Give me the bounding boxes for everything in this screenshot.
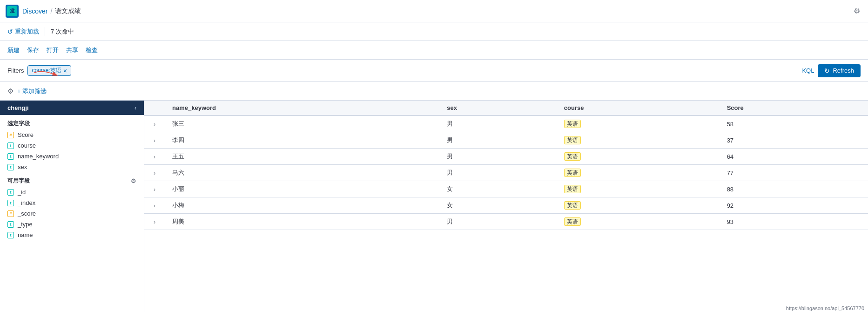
cell-sex: 男 (439, 214, 557, 230)
breadcrumb: Discover / 语文成绩 (22, 7, 81, 15)
cell-Score: 88 (720, 181, 868, 197)
field-name: _type (18, 221, 33, 228)
share-button[interactable]: 共享 (66, 46, 78, 54)
breadcrumb-current: 语文成绩 (55, 7, 81, 15)
available-fields-header: 可用字段 ⚙ (0, 172, 144, 187)
reload-button[interactable]: ↺ 重新加载 (7, 27, 39, 36)
col-sex[interactable]: sex (439, 101, 557, 115)
col-Score[interactable]: Score (720, 101, 868, 115)
top-bar: 发 Discover / 语文成绩 ⚙ (0, 0, 868, 22)
row-expand-button[interactable]: › (152, 186, 157, 193)
refresh-button[interactable]: ↻ Refresh (818, 64, 861, 77)
field-name: Score (18, 131, 34, 138)
cell-Score: 77 (720, 165, 868, 181)
table-row: ›周美男英语93 (144, 214, 868, 230)
field-type-icon: t (7, 142, 14, 149)
available-fields-title: 可用字段 (7, 177, 30, 185)
breadcrumb-separator: / (50, 7, 52, 15)
field-name: course (18, 142, 36, 149)
hit-count: 7 次命中 (51, 27, 74, 36)
sidebar-selected-field[interactable]: tcourse (0, 140, 144, 151)
sidebar-available-field[interactable]: #_score (0, 208, 144, 219)
red-arrow-indicator (32, 71, 60, 80)
row-expand-button[interactable]: › (152, 203, 157, 209)
cell-course: 英语 (557, 181, 720, 197)
app-logo-inner: 发 (7, 6, 17, 16)
cell-sex: 男 (439, 149, 557, 165)
field-type-icon: t (7, 189, 14, 196)
field-type-icon: # (7, 210, 14, 217)
cell-course: 英语 (557, 132, 720, 149)
sidebar-collapse-icon[interactable]: ‹ (135, 105, 136, 111)
options-gear-icon[interactable]: ⚙ (7, 87, 13, 95)
sidebar-selected-field[interactable]: tname_keyword (0, 151, 144, 162)
field-name: _id (18, 189, 26, 196)
cell-sex: 男 (439, 115, 557, 132)
add-filter-button[interactable]: + 添加筛选 (17, 87, 47, 95)
row-expand-button[interactable]: › (152, 121, 157, 128)
app-logo: 发 (6, 5, 19, 18)
field-type-icon: t (7, 232, 14, 238)
sidebar: chengji ‹ 选定字段 #Scoretcoursetname_keywor… (0, 101, 144, 312)
sidebar-available-field[interactable]: t_type (0, 219, 144, 230)
filter-tag-container: course:英语 × (27, 65, 71, 76)
row-expand-button[interactable]: › (152, 170, 157, 176)
inspect-button[interactable]: 检查 (86, 46, 98, 54)
filters-label: Filters (7, 67, 24, 74)
field-type-icon: t (7, 200, 14, 206)
save-button[interactable]: 保存 (27, 46, 39, 54)
cell-name_keyword: 周美 (165, 214, 439, 230)
sidebar-selected-field[interactable]: #Score (0, 129, 144, 140)
main-layout: chengji ‹ 选定字段 #Scoretcoursetname_keywor… (0, 101, 868, 312)
sidebar-available-field[interactable]: t_id (0, 187, 144, 197)
cell-sex: 男 (439, 165, 557, 181)
kql-button[interactable]: KQL (802, 67, 814, 74)
row-expand-button[interactable]: › (152, 219, 157, 225)
selected-fields-list: #Scoretcoursetname_keywordtsex (0, 129, 144, 172)
cell-name_keyword: 王五 (165, 149, 439, 165)
cell-course: 英语 (557, 214, 720, 230)
cell-Score: 93 (720, 214, 868, 230)
row-expand-button[interactable]: › (152, 154, 157, 160)
cell-course: 英语 (557, 149, 720, 165)
open-button[interactable]: 打开 (47, 46, 59, 54)
cell-name_keyword: 马六 (165, 165, 439, 181)
available-fields-gear-icon[interactable]: ⚙ (131, 177, 136, 184)
table-row: ›张三男英语58 (144, 115, 868, 132)
field-type-icon: t (7, 164, 14, 170)
divider (45, 27, 45, 36)
field-name: _index (18, 199, 35, 206)
settings-icon[interactable]: ⚙ (851, 6, 862, 17)
sidebar-selected-field[interactable]: tsex (0, 162, 144, 172)
filter-tag-close-icon[interactable]: × (63, 67, 67, 75)
cell-course: 英语 (557, 165, 720, 181)
cell-course: 英语 (557, 197, 720, 214)
available-fields-list: t_idt_index#_scoret_typetname (0, 187, 144, 240)
sidebar-available-field[interactable]: tname (0, 230, 144, 240)
cell-Score: 64 (720, 149, 868, 165)
field-name: name_keyword (18, 153, 59, 160)
breadcrumb-parent[interactable]: Discover (22, 7, 47, 15)
col-name_keyword[interactable]: name_keyword (165, 101, 439, 115)
expand-col-header (144, 101, 165, 115)
cell-name_keyword: 张三 (165, 115, 439, 132)
table-header-row: name_keyword sex course Score (144, 101, 868, 115)
cell-name_keyword: 李四 (165, 132, 439, 149)
cell-name_keyword: 小丽 (165, 181, 439, 197)
options-bar: ⚙ + 添加筛选 (0, 82, 868, 101)
row-expand-button[interactable]: › (152, 137, 157, 144)
new-button[interactable]: 新建 (7, 46, 20, 54)
content-area: name_keyword sex course Score ›张三男英语58›李… (144, 101, 868, 312)
action-bar: 新建 保存 打开 共享 检查 (0, 41, 868, 60)
second-bar: ↺ 重新加载 7 次命中 (0, 22, 868, 41)
cell-Score: 58 (720, 115, 868, 132)
col-course[interactable]: course (557, 101, 720, 115)
filter-bar: Filters course:英语 × KQL ↻ Refresh (0, 60, 868, 82)
field-type-icon: # (7, 132, 14, 138)
sidebar-available-field[interactable]: t_index (0, 197, 144, 208)
data-table: name_keyword sex course Score ›张三男英语58›李… (144, 101, 868, 230)
cell-name_keyword: 小梅 (165, 197, 439, 214)
cell-sex: 男 (439, 132, 557, 149)
field-type-icon: t (7, 153, 14, 160)
status-bar: https://blingason.no/api_54567770 (782, 305, 868, 312)
